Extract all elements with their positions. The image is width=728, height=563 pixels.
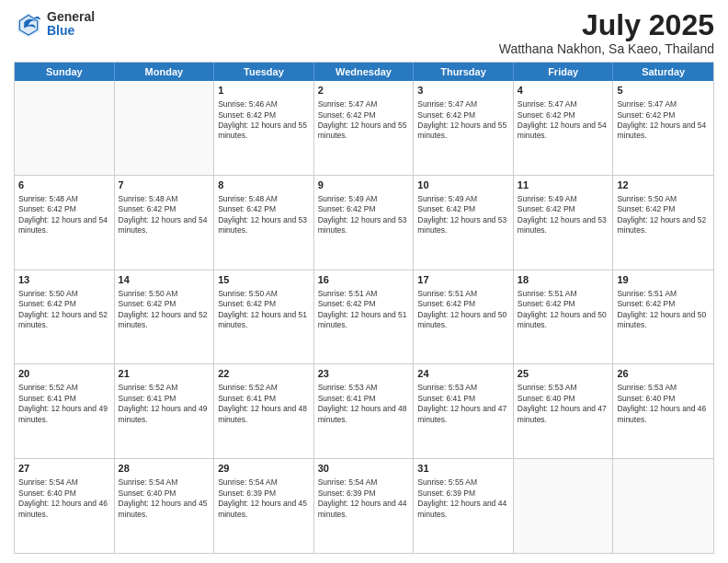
day-number: 23 — [318, 367, 410, 381]
sunset-text: Sunset: 6:42 PM — [119, 299, 210, 309]
daylight-text: Daylight: 12 hours and 46 minutes. — [18, 499, 110, 520]
sunrise-text: Sunrise: 5:50 AM — [218, 289, 310, 299]
sunset-text: Sunset: 6:42 PM — [518, 110, 609, 121]
calendar-cell — [115, 81, 215, 175]
sunrise-text: Sunrise: 5:47 AM — [318, 99, 410, 109]
day-number: 26 — [617, 367, 710, 381]
daylight-text: Daylight: 12 hours and 48 minutes. — [318, 404, 410, 425]
sunrise-text: Sunrise: 5:53 AM — [617, 383, 710, 393]
calendar-header: Sunday Monday Tuesday Wednesday Thursday… — [15, 63, 713, 81]
day-number: 3 — [417, 84, 509, 98]
header-wednesday: Wednesday — [314, 63, 415, 81]
sunrise-text: Sunrise: 5:50 AM — [617, 194, 710, 204]
daylight-text: Daylight: 12 hours and 53 minutes. — [318, 215, 410, 236]
calendar-cell: 19Sunrise: 5:51 AMSunset: 6:42 PMDayligh… — [613, 270, 713, 364]
header-thursday: Thursday — [414, 63, 514, 81]
calendar-cell: 15Sunrise: 5:50 AMSunset: 6:42 PMDayligh… — [214, 270, 314, 364]
daylight-text: Daylight: 12 hours and 54 minutes. — [119, 215, 210, 236]
sunset-text: Sunset: 6:42 PM — [617, 299, 710, 309]
calendar-cell: 21Sunrise: 5:52 AMSunset: 6:41 PMDayligh… — [115, 364, 215, 458]
header-tuesday: Tuesday — [214, 63, 314, 81]
calendar-cell: 10Sunrise: 5:49 AMSunset: 6:42 PMDayligh… — [414, 176, 514, 270]
day-number: 15 — [218, 273, 310, 287]
sunrise-text: Sunrise: 5:54 AM — [119, 477, 210, 488]
sunrise-text: Sunrise: 5:52 AM — [18, 383, 110, 393]
sunrise-text: Sunrise: 5:53 AM — [417, 383, 509, 393]
calendar-row-1: 6Sunrise: 5:48 AMSunset: 6:42 PMDaylight… — [15, 175, 713, 270]
sunrise-text: Sunrise: 5:50 AM — [18, 289, 110, 299]
sunrise-text: Sunrise: 5:54 AM — [218, 477, 310, 488]
sunset-text: Sunset: 6:39 PM — [318, 488, 410, 499]
calendar-cell: 27Sunrise: 5:54 AMSunset: 6:40 PMDayligh… — [15, 459, 115, 553]
sunrise-text: Sunrise: 5:53 AM — [518, 383, 609, 393]
daylight-text: Daylight: 12 hours and 48 minutes. — [218, 404, 310, 425]
calendar-cell: 22Sunrise: 5:52 AMSunset: 6:41 PMDayligh… — [214, 364, 314, 458]
calendar-row-2: 13Sunrise: 5:50 AMSunset: 6:42 PMDayligh… — [15, 270, 713, 364]
calendar-cell: 8Sunrise: 5:48 AMSunset: 6:42 PMDaylight… — [214, 176, 314, 270]
logo: General Blue — [14, 9, 95, 39]
day-number: 25 — [518, 367, 609, 381]
day-number: 10 — [417, 178, 509, 192]
logo-general: General — [47, 10, 95, 24]
day-number: 30 — [318, 462, 410, 476]
header-friday: Friday — [514, 63, 614, 81]
sunrise-text: Sunrise: 5:47 AM — [417, 99, 509, 109]
day-number: 22 — [218, 367, 310, 381]
calendar-cell: 18Sunrise: 5:51 AMSunset: 6:42 PMDayligh… — [514, 270, 614, 364]
header: General Blue July 2025 Watthana Nakhon, … — [14, 9, 714, 56]
sunset-text: Sunset: 6:42 PM — [18, 299, 110, 309]
header-sunday: Sunday — [15, 63, 115, 81]
day-number: 9 — [318, 178, 410, 192]
sunrise-text: Sunrise: 5:48 AM — [218, 194, 310, 204]
calendar-cell: 3Sunrise: 5:47 AMSunset: 6:42 PMDaylight… — [414, 81, 514, 175]
calendar-cell — [514, 459, 614, 553]
day-number: 13 — [18, 273, 110, 287]
daylight-text: Daylight: 12 hours and 44 minutes. — [318, 499, 410, 520]
sunset-text: Sunset: 6:41 PM — [218, 394, 310, 404]
calendar-cell: 7Sunrise: 5:48 AMSunset: 6:42 PMDaylight… — [115, 176, 215, 270]
calendar-cell: 28Sunrise: 5:54 AMSunset: 6:40 PMDayligh… — [115, 459, 215, 553]
sunrise-text: Sunrise: 5:55 AM — [417, 477, 509, 488]
day-number: 6 — [18, 178, 110, 192]
calendar: Sunday Monday Tuesday Wednesday Thursday… — [14, 62, 714, 554]
calendar-cell: 20Sunrise: 5:52 AMSunset: 6:41 PMDayligh… — [15, 364, 115, 458]
calendar-cell: 24Sunrise: 5:53 AMSunset: 6:41 PMDayligh… — [414, 364, 514, 458]
sunrise-text: Sunrise: 5:51 AM — [617, 289, 710, 299]
sunrise-text: Sunrise: 5:52 AM — [119, 383, 210, 393]
title-block: July 2025 Watthana Nakhon, Sa Kaeo, Thai… — [499, 9, 714, 56]
calendar-cell: 6Sunrise: 5:48 AMSunset: 6:42 PMDaylight… — [15, 176, 115, 270]
sunset-text: Sunset: 6:39 PM — [417, 488, 509, 499]
logo-icon — [14, 9, 43, 39]
sunrise-text: Sunrise: 5:49 AM — [318, 194, 410, 204]
sunset-text: Sunset: 6:42 PM — [417, 299, 509, 309]
sunset-text: Sunset: 6:40 PM — [119, 488, 210, 499]
calendar-cell: 30Sunrise: 5:54 AMSunset: 6:39 PMDayligh… — [314, 459, 415, 553]
day-number: 20 — [18, 367, 110, 381]
sunrise-text: Sunrise: 5:47 AM — [518, 99, 609, 109]
day-number: 7 — [119, 178, 210, 192]
sunset-text: Sunset: 6:40 PM — [518, 394, 609, 404]
sunset-text: Sunset: 6:42 PM — [617, 204, 710, 214]
daylight-text: Daylight: 12 hours and 52 minutes. — [18, 310, 110, 331]
daylight-text: Daylight: 12 hours and 45 minutes. — [119, 499, 210, 520]
day-number: 28 — [119, 462, 210, 476]
sunset-text: Sunset: 6:42 PM — [318, 110, 410, 121]
calendar-cell — [613, 459, 713, 553]
day-number: 2 — [318, 84, 410, 98]
day-number: 16 — [318, 273, 410, 287]
day-number: 11 — [518, 178, 609, 192]
sunset-text: Sunset: 6:42 PM — [518, 299, 609, 309]
sunset-text: Sunset: 6:42 PM — [518, 204, 609, 214]
calendar-row-3: 20Sunrise: 5:52 AMSunset: 6:41 PMDayligh… — [15, 363, 713, 458]
calendar-cell: 31Sunrise: 5:55 AMSunset: 6:39 PMDayligh… — [414, 459, 514, 553]
day-number: 5 — [617, 84, 710, 98]
daylight-text: Daylight: 12 hours and 52 minutes. — [119, 310, 210, 331]
header-monday: Monday — [115, 63, 215, 81]
calendar-cell: 5Sunrise: 5:47 AMSunset: 6:42 PMDaylight… — [613, 81, 713, 175]
sunrise-text: Sunrise: 5:50 AM — [119, 289, 210, 299]
daylight-text: Daylight: 12 hours and 46 minutes. — [617, 404, 710, 425]
calendar-cell: 29Sunrise: 5:54 AMSunset: 6:39 PMDayligh… — [214, 459, 314, 553]
logo-text: General Blue — [47, 10, 95, 39]
calendar-cell: 23Sunrise: 5:53 AMSunset: 6:41 PMDayligh… — [314, 364, 415, 458]
sunset-text: Sunset: 6:42 PM — [18, 204, 110, 214]
